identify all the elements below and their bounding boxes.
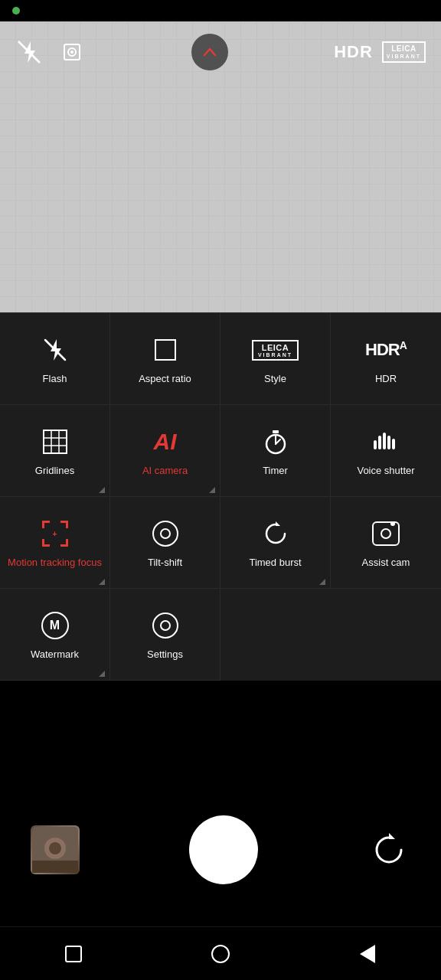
motion-tracking-icon: + <box>42 518 68 549</box>
recent-apps-button[interactable] <box>57 937 90 971</box>
watermark-label: Watermark <box>31 648 79 662</box>
gridlines-icon <box>42 426 68 457</box>
svg-marker-26 <box>389 833 395 839</box>
navigation-bar <box>0 926 441 980</box>
status-indicator <box>12 7 20 15</box>
timer-label: Timer <box>263 465 288 478</box>
shutter-button[interactable] <box>189 815 258 884</box>
menu-item-tilt-shift[interactable]: Tilt-shift <box>110 497 220 589</box>
tilt-shift-label: Tilt-shift <box>148 557 182 570</box>
tilt-shift-icon <box>152 518 178 549</box>
flash-menu-icon <box>43 335 67 365</box>
menu-item-style[interactable]: LEICA VIBRANT Style <box>220 313 331 405</box>
status-bar <box>0 0 441 21</box>
collapse-menu-button[interactable] <box>191 34 228 70</box>
assist-cam-icon <box>372 518 400 549</box>
menu-item-motion-tracking[interactable]: + Motion tracking focus <box>0 497 110 589</box>
svg-point-24 <box>49 842 61 854</box>
back-button[interactable] <box>351 937 384 971</box>
top-left-controls <box>15 38 86 66</box>
gridlines-submenu-indicator <box>99 487 105 493</box>
menu-item-watermark[interactable]: M Watermark <box>0 589 110 681</box>
svg-point-4 <box>70 51 74 54</box>
timed-burst-label: Timed burst <box>249 557 301 570</box>
svg-rect-19 <box>387 436 390 449</box>
bottom-controls <box>0 773 441 926</box>
aspect-ratio-icon <box>155 335 176 365</box>
menu-item-assist-cam[interactable]: Assist cam <box>331 497 441 589</box>
assist-cam-label: Assist cam <box>362 557 410 570</box>
voice-shutter-icon <box>372 426 400 457</box>
settings-icon <box>152 610 178 641</box>
watermark-submenu-indicator <box>99 671 105 677</box>
menu-item-timed-burst[interactable]: Timed burst <box>220 497 331 589</box>
leica-badge: LEICA VIBRANT <box>382 41 426 63</box>
ai-camera-icon: AI <box>154 426 177 457</box>
aspect-ratio-label: Aspect ratio <box>139 373 191 386</box>
focus-button[interactable] <box>58 38 86 66</box>
flash-button[interactable] <box>15 38 43 66</box>
svg-rect-20 <box>392 439 395 449</box>
style-icon: LEICA VIBRANT <box>252 335 299 365</box>
camera-menu-grid: Flash Aspect ratio LEICA VIBRANT Style H… <box>0 312 441 681</box>
rotate-camera-button[interactable] <box>368 828 410 871</box>
hdr-label: HDR <box>375 373 397 386</box>
timed-burst-icon <box>262 518 289 549</box>
menu-item-settings[interactable]: Settings <box>110 589 220 681</box>
timer-icon-wrap <box>263 426 289 457</box>
menu-item-timer[interactable]: Timer <box>220 405 331 497</box>
menu-item-hdr[interactable]: HDRA HDR <box>331 313 441 405</box>
style-label: Style <box>264 373 286 386</box>
gridlines-label: Gridlines <box>35 465 74 478</box>
timed-burst-submenu-indicator <box>319 579 325 585</box>
svg-rect-17 <box>378 436 381 449</box>
menu-item-aspect-ratio[interactable]: Aspect ratio <box>110 313 220 405</box>
menu-item-voice-shutter[interactable]: Voice shutter <box>331 405 441 497</box>
menu-item-flash[interactable]: Flash <box>0 313 110 405</box>
home-button[interactable] <box>204 937 237 971</box>
svg-rect-7 <box>44 430 67 453</box>
svg-rect-25 <box>32 861 78 873</box>
watermark-icon: M <box>41 610 69 641</box>
svg-rect-18 <box>383 433 386 449</box>
top-right-controls: HDR LEICA VIBRANT <box>334 41 426 63</box>
hdr-menu-icon: HDRA <box>365 335 407 365</box>
gallery-thumbnail[interactable] <box>31 825 80 874</box>
menu-item-gridlines[interactable]: Gridlines <box>0 405 110 497</box>
flash-label: Flash <box>43 373 67 386</box>
top-controls-bar: HDR LEICA VIBRANT <box>0 21 441 83</box>
motion-tracking-submenu-indicator <box>99 579 105 585</box>
motion-tracking-label: Motion tracking focus <box>8 557 102 570</box>
ai-camera-submenu-indicator <box>209 487 215 493</box>
svg-rect-13 <box>273 430 279 433</box>
menu-item-ai-camera[interactable]: AI AI camera <box>110 405 220 497</box>
ai-camera-label: AI camera <box>142 465 188 478</box>
svg-rect-16 <box>374 440 377 449</box>
voice-shutter-label: Voice shutter <box>357 465 414 478</box>
settings-label: Settings <box>147 648 183 662</box>
svg-marker-21 <box>276 521 280 526</box>
hdr-button[interactable]: HDR <box>334 42 373 62</box>
